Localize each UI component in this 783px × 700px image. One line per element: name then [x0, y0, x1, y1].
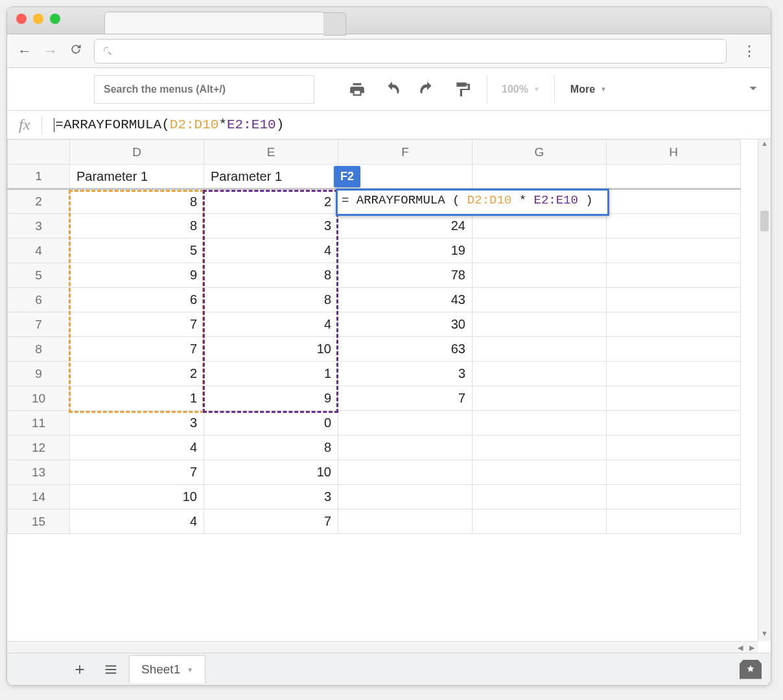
cell[interactable]	[473, 460, 607, 485]
explore-icon[interactable]	[740, 660, 762, 679]
cell[interactable]	[338, 485, 473, 509]
row-header[interactable]: 4	[8, 239, 70, 263]
row-header[interactable]: 15	[8, 509, 70, 534]
cell[interactable]	[607, 411, 741, 436]
cell[interactable]: 8	[70, 214, 204, 239]
row-header[interactable]: 14	[8, 485, 70, 509]
column-header[interactable]: E	[204, 140, 338, 165]
row-header[interactable]: 1	[8, 165, 70, 189]
cell[interactable]: 5	[70, 239, 204, 263]
cell[interactable]	[607, 485, 741, 509]
cell[interactable]	[473, 288, 607, 312]
cell[interactable]: 9	[204, 386, 338, 411]
cell[interactable]	[473, 312, 607, 337]
row-header[interactable]: 3	[8, 214, 70, 239]
redo-icon[interactable]	[413, 75, 441, 104]
column-header[interactable]: H	[607, 140, 741, 165]
sheet-tab[interactable]: Sheet1 ▼	[129, 655, 205, 683]
close-window-icon[interactable]	[16, 14, 27, 24]
scroll-left-icon[interactable]: ◀	[734, 642, 746, 653]
cell[interactable]: 63	[338, 337, 473, 362]
cell[interactable]	[473, 337, 607, 362]
horizontal-scrollbar[interactable]: ◀ ▶	[7, 641, 758, 653]
collapse-toolbar-icon[interactable]	[745, 80, 762, 99]
row-header[interactable]: 11	[8, 411, 70, 436]
select-all-corner[interactable]	[8, 140, 70, 165]
add-sheet-icon[interactable]	[67, 657, 93, 682]
vertical-scrollbar[interactable]: ▲ ▼	[758, 139, 771, 641]
cell[interactable]: 3	[70, 411, 204, 436]
back-icon[interactable]: ←	[18, 43, 32, 60]
column-header[interactable]: G	[473, 140, 607, 165]
row-header[interactable]: 5	[8, 263, 70, 288]
cell[interactable]	[473, 386, 607, 411]
cell[interactable]: 3	[204, 214, 338, 239]
row-header[interactable]: 2	[8, 189, 70, 214]
cell[interactable]	[473, 485, 607, 509]
more-dropdown[interactable]: More ▼	[565, 84, 612, 95]
all-sheets-icon[interactable]	[98, 657, 124, 682]
column-header[interactable]: F	[338, 140, 473, 165]
cell[interactable]: Parameter 1	[70, 165, 204, 189]
cell[interactable]: 2	[70, 362, 204, 386]
row-header[interactable]: 10	[8, 386, 70, 411]
reload-icon[interactable]	[69, 43, 82, 60]
cell[interactable]	[607, 337, 741, 362]
cell[interactable]	[607, 288, 741, 312]
cell[interactable]	[473, 263, 607, 288]
cell[interactable]: 9	[70, 263, 204, 288]
browser-menu-icon[interactable]: ⋮	[738, 43, 760, 60]
cell[interactable]	[607, 189, 741, 214]
cell[interactable]: 19	[338, 239, 473, 263]
cell[interactable]: 30	[338, 312, 473, 337]
menu-search-input[interactable]: Search the menus (Alt+/)	[94, 75, 314, 104]
undo-icon[interactable]	[378, 75, 406, 104]
cell[interactable]	[338, 411, 473, 436]
cell[interactable]: 3	[204, 485, 338, 509]
cell[interactable]: 7	[70, 337, 204, 362]
url-input[interactable]	[94, 39, 727, 64]
cell[interactable]	[607, 460, 741, 485]
column-header[interactable]: D	[70, 140, 204, 165]
cell[interactable]	[607, 509, 741, 534]
cell[interactable]: 8	[70, 189, 204, 214]
cell[interactable]: 7	[70, 460, 204, 485]
cell[interactable]	[473, 165, 607, 189]
row-header[interactable]: 9	[8, 362, 70, 386]
cell[interactable]	[607, 386, 741, 411]
cell[interactable]	[473, 436, 607, 460]
cell[interactable]: 4	[204, 312, 338, 337]
cell[interactable]	[607, 165, 741, 189]
cell[interactable]: 78	[338, 263, 473, 288]
cell[interactable]: 1	[204, 362, 338, 386]
row-header[interactable]: 7	[8, 312, 70, 337]
cell[interactable]	[338, 509, 473, 534]
scrollbar-thumb[interactable]	[760, 211, 769, 231]
cell[interactable]	[607, 362, 741, 386]
scroll-right-icon[interactable]: ▶	[746, 642, 758, 653]
row-header[interactable]: 6	[8, 288, 70, 312]
maximize-window-icon[interactable]	[50, 14, 60, 24]
cell[interactable]	[473, 214, 607, 239]
cell[interactable]	[338, 460, 473, 485]
row-header[interactable]: 13	[8, 460, 70, 485]
cell[interactable]: 4	[204, 239, 338, 263]
cell[interactable]	[473, 509, 607, 534]
cell[interactable]	[473, 362, 607, 386]
paint-format-icon[interactable]	[448, 75, 476, 104]
cell[interactable]	[607, 263, 741, 288]
cell[interactable]: 4	[70, 509, 204, 534]
cell[interactable]	[607, 239, 741, 263]
cell[interactable]: 3	[338, 362, 473, 386]
spreadsheet-grid[interactable]: D E F G H 1Parameter 1Parameter 12823832…	[7, 139, 771, 653]
browser-tab[interactable]	[104, 12, 325, 34]
cell[interactable]: 8	[204, 263, 338, 288]
scroll-down-icon[interactable]: ▼	[758, 629, 771, 641]
row-header[interactable]: 8	[8, 337, 70, 362]
cell[interactable]: 8	[204, 288, 338, 312]
cell[interactable]: 7	[70, 312, 204, 337]
formula-input[interactable]: = ARRAYFORMULA ( D2:D10 * E2:E10 )	[54, 117, 284, 132]
cell[interactable]	[473, 239, 607, 263]
zoom-dropdown[interactable]: 100% ▼	[498, 84, 544, 95]
cell[interactable]: 1	[70, 386, 204, 411]
